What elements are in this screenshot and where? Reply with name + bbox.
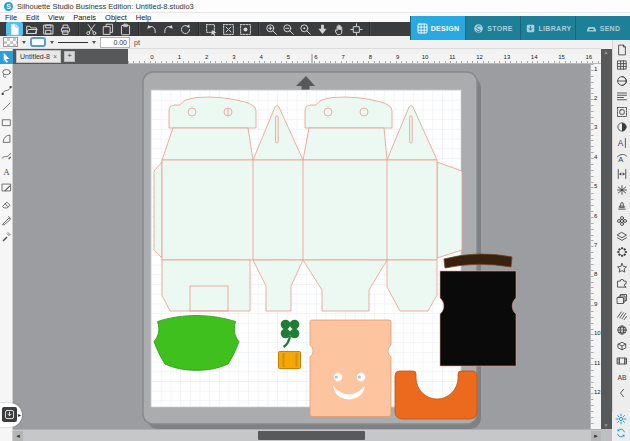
selection-modified-icon[interactable] <box>237 22 254 36</box>
ab-preview-icon[interactable]: AB <box>615 370 628 383</box>
layers-icon[interactable] <box>615 230 628 243</box>
horizontal-scroll-thumb[interactable] <box>258 431 365 440</box>
vest-shape[interactable] <box>440 271 516 366</box>
line-style-swatch[interactable] <box>30 37 46 47</box>
sketch-icon[interactable] <box>0 181 13 194</box>
line-icon[interactable] <box>0 100 13 113</box>
pinwheel-icon[interactable] <box>615 74 628 87</box>
menu-help[interactable]: Help <box>136 13 151 22</box>
document-tab[interactable]: Untitled-8 × <box>16 50 61 63</box>
buckle-shape[interactable] <box>279 352 301 369</box>
scroll-up-icon[interactable]: ▲ <box>604 50 609 55</box>
character-icon[interactable]: A <box>615 137 628 150</box>
text-icon[interactable]: A <box>0 165 13 178</box>
rectangle-icon[interactable] <box>0 116 13 129</box>
selection-box-icon[interactable] <box>203 22 220 36</box>
collapse-icon[interactable] <box>615 386 628 399</box>
freehand-icon[interactable] <box>0 149 13 162</box>
scroll-down-icon[interactable]: ▼ <box>604 423 609 428</box>
star-icon[interactable] <box>615 261 628 274</box>
ruler-top-label: 14 <box>531 54 538 60</box>
menu-object[interactable]: Object <box>105 13 127 22</box>
paste-icon[interactable] <box>117 22 134 36</box>
trace-frame-icon[interactable] <box>615 105 628 118</box>
fill-contrast-icon[interactable] <box>615 121 628 134</box>
scroll-left-icon[interactable]: ◄ <box>13 431 23 441</box>
horizontal-scrollbar[interactable]: ◄ ► <box>13 429 601 441</box>
hatch-shadow-icon[interactable] <box>615 308 628 321</box>
undo-icon[interactable] <box>143 22 160 36</box>
menu-edit[interactable]: Edit <box>26 13 39 22</box>
line-style-caret-icon[interactable] <box>50 41 54 44</box>
save-icon[interactable] <box>40 22 57 36</box>
eraser-icon[interactable] <box>0 198 13 211</box>
tab-label: STORE <box>487 25 513 32</box>
rotate-icon[interactable] <box>177 22 194 36</box>
tab-store-icon[interactable] <box>473 23 484 34</box>
zoom-out-icon[interactable] <box>280 22 297 36</box>
library-pull-icon[interactable] <box>2 407 17 422</box>
pixel-grid-icon[interactable] <box>615 59 628 72</box>
library-pull-arrow-icon: ▸ <box>18 411 21 418</box>
line-pattern-caret-icon[interactable] <box>92 41 96 44</box>
tab-send[interactable]: SEND <box>575 16 630 40</box>
ruler-top-label: 13 <box>504 54 511 60</box>
fill-style-swatch[interactable] <box>3 37 18 47</box>
copy-icon[interactable] <box>100 22 117 36</box>
eyedropper-icon[interactable] <box>0 230 13 243</box>
line-weight-input[interactable]: 0.00 <box>100 37 130 48</box>
line-styles-icon[interactable] <box>615 90 628 103</box>
film-icon[interactable] <box>615 355 628 368</box>
tab-store[interactable]: STORE <box>465 16 520 40</box>
text-to-path-icon[interactable]: A <box>615 152 628 165</box>
knife-icon[interactable] <box>0 214 13 227</box>
spacing-icon[interactable] <box>615 168 628 181</box>
replicate-icon[interactable] <box>615 293 628 306</box>
preferences-icon[interactable] <box>615 412 628 425</box>
edit-points-icon[interactable] <box>0 84 13 97</box>
vertical-scrollbar[interactable]: ▲ ▼ <box>601 49 612 429</box>
weld-icon[interactable] <box>615 183 628 196</box>
flower-offset-icon[interactable] <box>615 215 628 228</box>
tab-design[interactable]: DESIGN <box>410 16 465 40</box>
offset-points-icon[interactable] <box>615 246 628 259</box>
canvas-area[interactable]: Untitled-8 × + 012345678910111213141516 … <box>13 49 601 429</box>
menu-view[interactable]: View <box>48 13 64 22</box>
puzzle-icon[interactable] <box>615 277 628 290</box>
new-document-icon[interactable] <box>6 22 23 36</box>
cut-icon[interactable] <box>83 22 100 36</box>
lasso-select-icon[interactable] <box>0 67 13 80</box>
globe-icon[interactable] <box>615 324 628 337</box>
box-3d-icon[interactable] <box>615 339 628 352</box>
drag-zoom-icon[interactable] <box>314 22 331 36</box>
tab-library-icon[interactable] <box>525 23 536 34</box>
pan-icon[interactable] <box>331 22 348 36</box>
page-setup-icon[interactable] <box>615 43 628 56</box>
print-icon[interactable] <box>57 22 74 36</box>
ruler-top-label: 9 <box>396 54 399 60</box>
deselect-icon[interactable] <box>220 22 237 36</box>
close-tab-icon[interactable]: × <box>53 53 57 60</box>
menu-panels[interactable]: Panels <box>73 13 96 22</box>
tab-label: SEND <box>600 25 621 32</box>
zoom-in-icon[interactable] <box>263 22 280 36</box>
arc-polygon-icon[interactable] <box>0 132 13 145</box>
scroll-right-icon[interactable]: ► <box>591 431 601 441</box>
new-tab-button[interactable]: + <box>64 51 75 62</box>
tab-send-icon[interactable] <box>586 23 597 34</box>
zoom-selection-icon[interactable] <box>297 22 314 36</box>
stamp-icon[interactable] <box>615 199 628 212</box>
select-icon[interactable] <box>0 51 13 64</box>
open-icon[interactable] <box>23 22 40 36</box>
fill-style-caret-icon[interactable] <box>22 41 26 44</box>
line-pattern-preview[interactable] <box>58 42 88 43</box>
tab-design-icon[interactable] <box>417 23 428 34</box>
redo-icon[interactable] <box>160 22 177 36</box>
design-canvas[interactable] <box>13 64 590 429</box>
menu-file[interactable]: File <box>5 13 17 22</box>
green-brim-shape[interactable] <box>154 316 239 371</box>
tab-library[interactable]: LIBRARY <box>520 16 575 40</box>
sync-icon[interactable] <box>615 426 628 439</box>
fit-to-window-icon[interactable] <box>348 22 365 36</box>
face-shape[interactable] <box>310 320 391 417</box>
